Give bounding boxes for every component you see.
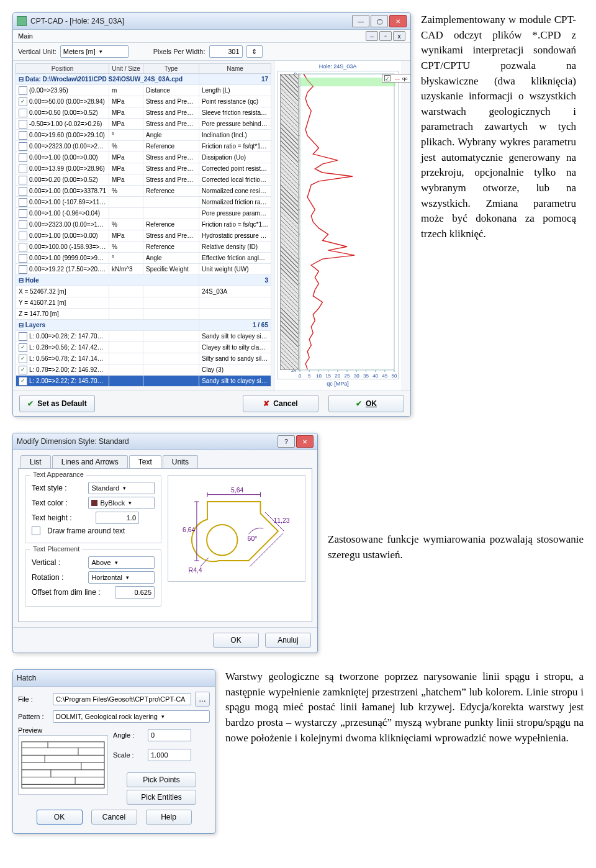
- highlight-band: [300, 78, 395, 86]
- mdw-tabs: ListLines and ArrowsTextUnits: [20, 455, 312, 468]
- inner-max-icon[interactable]: ▫: [379, 31, 392, 41]
- table-row[interactable]: L: 2.00=>2.22; Z: 145.70=>10.22 [m]Sandy…: [16, 376, 271, 387]
- minimize-button[interactable]: —: [352, 15, 369, 27]
- table-row[interactable]: 0.00=>13.99 (0.00=>28.96)MPaStress and P…: [16, 163, 271, 174]
- ppw-input[interactable]: 301: [209, 45, 243, 58]
- table-row[interactable]: X = 52467.32 [m]24S_03A: [16, 286, 271, 297]
- table-row[interactable]: 0.00=>1.00 (0.00=>0.00)MPaStress and Pre…: [16, 152, 271, 163]
- group-placement: Text Placement: [30, 545, 82, 553]
- table-row[interactable]: L: 0.00=>0.28; Z: 147.70=>10.28 [m]Sandy…: [16, 331, 271, 342]
- section-header[interactable]: ⊟ Layers1 / 65: [16, 320, 271, 331]
- cpt-chart: Hole: 24S_03A 01234567891011121314151617…: [274, 61, 401, 391]
- tab-lines-and-arrows[interactable]: Lines and Arrows: [52, 455, 128, 468]
- table-row[interactable]: L: 0.56=>0.78; Z: 147.14=>10.22 [m]Silty…: [16, 353, 271, 364]
- col-type[interactable]: Type: [143, 64, 199, 74]
- svg-text:60°: 60°: [247, 535, 257, 542]
- inner-min-icon[interactable]: –: [366, 31, 378, 41]
- data-grid: Position Unit / Size Type Name ⊟ Data: D…: [13, 61, 274, 391]
- table-row[interactable]: L: 0.28=>0.56; Z: 147.42=>10.28 [m]Claye…: [16, 342, 271, 353]
- svg-text:5: 5: [308, 373, 311, 379]
- tab-list[interactable]: List: [20, 455, 51, 468]
- hatch-preview: [18, 735, 108, 795]
- table-row[interactable]: L: 0.78=>2.00; Z: 146.92=>11.22 [m]Clay …: [16, 364, 271, 376]
- modify-dim-window: Modify Dimension Style: Standard ? ✕ Lis…: [12, 433, 318, 653]
- text-height-input[interactable]: 1.0: [96, 512, 139, 524]
- cancel-button[interactable]: ✘Cancel: [243, 395, 318, 412]
- hatch-ok-button[interactable]: OK: [37, 810, 83, 825]
- table-row[interactable]: 0.00=>19.60 (0.00=>29.10)°AngleInclinati…: [16, 130, 271, 141]
- col-name[interactable]: Name: [199, 64, 271, 74]
- section-header[interactable]: ⊟ Hole3: [16, 275, 271, 286]
- mdw-cancel-button[interactable]: Anuluj: [265, 633, 311, 648]
- table-row[interactable]: (0.00=>23.95)mDistanceLength (L): [16, 85, 271, 96]
- table-row[interactable]: 0.00=>19.22 (17.50=>20.50)kN/m^3Specific…: [16, 264, 271, 275]
- menu-main[interactable]: Main: [18, 32, 33, 40]
- svg-text:30: 30: [354, 373, 359, 379]
- offset-input[interactable]: 0.625: [115, 586, 155, 599]
- svg-text:25: 25: [345, 373, 350, 379]
- hatch-title: Hatch: [17, 674, 211, 682]
- angle-input[interactable]: 0: [148, 729, 191, 741]
- chart-title: Hole: 24S_03A: [277, 63, 399, 70]
- group-appearance: Text Appearance: [30, 471, 86, 478]
- strat-column: [280, 74, 299, 370]
- hatch-cancel-button[interactable]: Cancel: [91, 810, 137, 825]
- close-button[interactable]: ✕: [389, 15, 407, 27]
- legend-checkbox[interactable]: [384, 75, 391, 81]
- table-row[interactable]: 0.00=>0.20 (0.00=>0.52)MPaStress and Pre…: [16, 174, 271, 186]
- text-color-select[interactable]: ByBlock▾: [88, 497, 155, 509]
- scale-input[interactable]: 1.000: [148, 749, 191, 761]
- section-header[interactable]: ⊟ Data: D:\Wroclaw\2011\CPD S24\OSUW_24S…: [16, 74, 271, 85]
- set-default-button[interactable]: ✔Set as Default: [19, 395, 95, 412]
- mdw-title: Modify Dimension Style: Standard: [17, 437, 278, 446]
- table-row[interactable]: 0.00=>2323.00 (0.00=>2534%ReferenceFrict…: [16, 141, 271, 152]
- chart-legend[interactable]: — qc: [382, 74, 411, 83]
- svg-text:15: 15: [325, 373, 331, 379]
- svg-point-73: [207, 525, 237, 555]
- col-position[interactable]: Position: [16, 64, 109, 74]
- mdw-ok-button[interactable]: OK: [213, 633, 259, 648]
- col-unit[interactable]: Unit / Size: [109, 64, 143, 74]
- table-row[interactable]: 0.00=>1.00 (-0.96=>0.04)Pore pressure pa…: [16, 208, 271, 219]
- table-row[interactable]: Y = 41607.21 [m]: [16, 297, 271, 309]
- svg-text:20: 20: [335, 373, 340, 379]
- svg-text:6,64: 6,64: [183, 527, 196, 534]
- preview-label: Preview: [18, 726, 108, 734]
- pick-points-button[interactable]: Pick Points: [127, 772, 196, 787]
- vu-label: Vertical Unit:: [18, 48, 56, 55]
- pattern-select[interactable]: DOLMIT, Geological rock layering▾: [53, 710, 210, 723]
- table-row[interactable]: 0.00=>50.00 (0.00=>28.94)MPaStress and P…: [16, 96, 271, 107]
- cpt-titlebar: CPT-CAD - [Hole: 24S_03A] — ▢ ✕: [13, 13, 410, 30]
- ok-button[interactable]: ✔OK: [328, 395, 404, 412]
- table-row[interactable]: 0.00=>100.00 (-158.93=>999%ReferenceRela…: [16, 242, 271, 253]
- tab-units[interactable]: Units: [163, 455, 198, 468]
- maximize-button[interactable]: ▢: [371, 15, 388, 27]
- hatch-help-button[interactable]: Help: [146, 810, 192, 825]
- table-row[interactable]: 0.00=>1.00 (0.00=>3378.71%ReferenceNorma…: [16, 186, 271, 197]
- table-row[interactable]: 0.00=>0.50 (0.00=>0.52)MPaStress and Pre…: [16, 107, 271, 119]
- pick-entities-button[interactable]: Pick Entities: [127, 790, 196, 805]
- inner-close-icon[interactable]: x: [393, 31, 405, 41]
- table-row[interactable]: -0.50=>1.00 (-0.02=>0.26)MPaStress and P…: [16, 119, 271, 130]
- table-row[interactable]: 0.00=>1.00 (-107.69=>11.57Normalized fri…: [16, 197, 271, 208]
- text-style-select[interactable]: Standard▾: [88, 482, 155, 494]
- svg-text:R4,4: R4,4: [188, 567, 202, 574]
- mdw-close-button[interactable]: ✕: [296, 435, 314, 448]
- cpt-toolbar: Vertical Unit: Meters [m]▾ Pixels Per Wi…: [13, 43, 410, 61]
- vertical-select[interactable]: Above▾: [88, 556, 155, 569]
- table-row[interactable]: 0.00=>1.00 (0.00=>0.00)MPaStress and Pre…: [16, 230, 271, 242]
- svg-text:40: 40: [372, 373, 378, 379]
- rotation-select[interactable]: Horizontal▾: [88, 571, 155, 584]
- help-button[interactable]: ?: [278, 435, 295, 448]
- tab-text[interactable]: Text: [129, 455, 161, 468]
- frame-checkbox[interactable]: [32, 527, 40, 535]
- ppw-stepper[interactable]: ⇕: [246, 45, 263, 58]
- file-browse-button[interactable]: …: [195, 692, 210, 707]
- svg-rect-79: [22, 742, 104, 788]
- table-row[interactable]: Z = 147.70 [m]: [16, 309, 271, 320]
- vertical-unit-select[interactable]: Meters [m]▾: [60, 45, 129, 58]
- file-input[interactable]: C:\Program Files\Geosoft\CPTpro\CPT-CA: [53, 693, 191, 705]
- table-row[interactable]: 0.00=>1.00 (9999.00=>9999°AngleEffective…: [16, 253, 271, 264]
- svg-text:11,23: 11,23: [273, 517, 289, 524]
- table-row[interactable]: 0.00=>2323.00 (0.00=>1000%ReferenceFrict…: [16, 219, 271, 230]
